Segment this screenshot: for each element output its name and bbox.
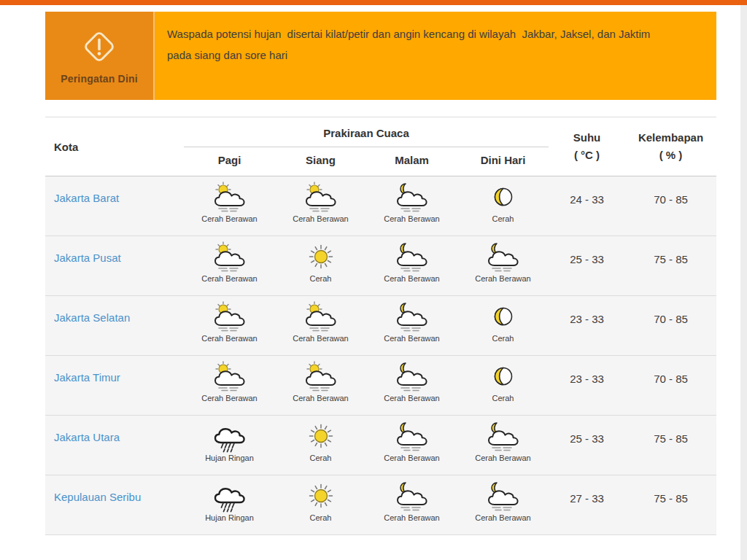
table-row: Jakarta Pusat Cerah Berawan Cerah Cerah … xyxy=(45,236,716,296)
forecast-cell-dini-hari: Cerah xyxy=(457,296,549,356)
city-cell: Jakarta Utara xyxy=(45,416,184,475)
sun-cloud-icon xyxy=(212,182,247,214)
column-header-suhu: Suhu ( °C ) xyxy=(549,117,625,176)
sun-icon xyxy=(303,421,338,453)
moon-cloud-icon xyxy=(395,421,430,453)
moon-icon xyxy=(486,301,521,333)
weather-condition-label: Cerah Berawan xyxy=(366,214,457,223)
temperature-range: 24 - 33 xyxy=(549,176,625,236)
early-warning-banner: Peringatan Dini Waspada potensi hujan di… xyxy=(45,12,716,100)
weather-condition-label: Hujan Ringan xyxy=(184,513,275,522)
weather-condition-label: Cerah Berawan xyxy=(457,513,549,522)
forecast-cell-siang: Cerah Berawan xyxy=(275,296,366,356)
weather-condition-label: Cerah Berawan xyxy=(275,214,366,223)
weather-condition-label: Hujan Ringan xyxy=(184,454,275,462)
sun-cloud-icon xyxy=(303,301,338,333)
city-cell: Jakarta Barat xyxy=(45,176,184,236)
humidity-range: 75 - 85 xyxy=(625,475,716,535)
moon-icon xyxy=(486,182,521,214)
humidity-range: 70 - 85 xyxy=(625,356,716,416)
weather-condition-label: Cerah xyxy=(457,334,549,343)
forecast-cell-malam: Cerah Berawan xyxy=(366,176,457,236)
moon-cloud-icon xyxy=(486,241,521,273)
weather-condition-label: Cerah Berawan xyxy=(184,334,275,343)
weather-condition-label: Cerah xyxy=(275,454,366,462)
weather-condition-label: Cerah Berawan xyxy=(275,394,366,402)
weather-condition-label: Cerah Berawan xyxy=(366,394,457,402)
forecast-cell-pagi: Cerah Berawan xyxy=(184,356,275,416)
weather-condition-label: Cerah Berawan xyxy=(457,274,549,283)
weather-condition-label: Cerah Berawan xyxy=(184,274,275,283)
temperature-range: 25 - 33 xyxy=(549,236,625,296)
moon-icon xyxy=(486,361,521,393)
column-header-pagi: Pagi xyxy=(184,147,275,176)
forecast-cell-malam: Cerah Berawan xyxy=(366,236,457,296)
city-link[interactable]: Jakarta Barat xyxy=(54,192,119,204)
city-cell: Jakarta Selatan xyxy=(45,296,184,356)
temperature-range: 25 - 33 xyxy=(549,416,625,475)
weather-condition-label: Cerah Berawan xyxy=(184,394,275,402)
forecast-cell-pagi: Hujan Ringan xyxy=(184,416,275,475)
weather-condition-label: Cerah Berawan xyxy=(366,454,457,462)
forecast-table: Kota Prakiraan Cuaca Suhu ( °C ) Kelemba… xyxy=(45,117,716,535)
column-header-dini-hari: Dini Hari xyxy=(457,147,549,176)
weather-condition-label: Cerah Berawan xyxy=(366,334,457,343)
sun-cloud-icon xyxy=(303,361,338,393)
forecast-cell-siang: Cerah Berawan xyxy=(275,356,366,416)
weather-condition-label: Cerah xyxy=(275,513,366,522)
forecast-cell-dini-hari: Cerah xyxy=(457,356,549,416)
forecast-cell-siang: Cerah xyxy=(275,236,366,296)
column-header-kelembapan: Kelembapan ( % ) xyxy=(625,117,716,176)
page-right-gutter xyxy=(740,5,747,560)
forecast-cell-dini-hari: Cerah Berawan xyxy=(457,416,549,475)
table-row: Jakarta Barat Cerah Berawan Cerah Berawa… xyxy=(45,176,716,236)
table-row: Jakarta Selatan Cerah Berawan Cerah Bera… xyxy=(45,296,716,356)
weather-condition-label: Cerah Berawan xyxy=(184,214,275,223)
moon-cloud-icon xyxy=(395,182,430,214)
column-header-siang: Siang xyxy=(275,147,366,176)
column-header-prakiraan-cuaca: Prakiraan Cuaca xyxy=(184,117,549,147)
weather-condition-label: Cerah Berawan xyxy=(366,274,457,283)
sun-cloud-icon xyxy=(212,361,247,393)
table-row: Jakarta Utara Hujan Ringan Cerah Cerah B… xyxy=(45,416,716,475)
weather-condition-label: Cerah xyxy=(275,274,366,283)
temperature-range: 23 - 33 xyxy=(549,356,625,416)
humidity-range: 70 - 85 xyxy=(625,176,716,236)
temperature-range: 27 - 33 xyxy=(549,475,625,535)
table-row: Kepulauan Seribu Hujan Ringan Cerah Cera… xyxy=(45,475,716,535)
weather-condition-label: Cerah Berawan xyxy=(366,513,457,522)
forecast-cell-pagi: Hujan Ringan xyxy=(184,475,275,535)
forecast-cell-siang: Cerah xyxy=(275,475,366,535)
forecast-table-header: Kota Prakiraan Cuaca Suhu ( °C ) Kelemba… xyxy=(45,117,716,176)
city-link[interactable]: Jakarta Pusat xyxy=(54,252,121,264)
column-header-kota: Kota xyxy=(45,117,184,176)
top-accent-strip xyxy=(0,0,747,5)
city-link[interactable]: Jakarta Timur xyxy=(54,371,120,384)
forecast-cell-dini-hari: Cerah xyxy=(457,176,549,236)
rain-cloud-icon xyxy=(212,421,247,453)
forecast-cell-pagi: Cerah Berawan xyxy=(184,176,275,236)
forecast-cell-malam: Cerah Berawan xyxy=(366,475,457,535)
weather-condition-label: Cerah xyxy=(457,394,549,402)
weather-condition-label: Cerah Berawan xyxy=(457,454,549,462)
forecast-cell-pagi: Cerah Berawan xyxy=(184,236,275,296)
humidity-range: 70 - 85 xyxy=(625,296,716,356)
early-warning-message: Waspada potensi hujan disertai kilat/pet… xyxy=(155,12,716,100)
forecast-cell-siang: Cerah xyxy=(275,416,366,475)
city-link[interactable]: Jakarta Utara xyxy=(54,431,120,443)
column-header-malam: Malam xyxy=(366,147,457,176)
forecast-cell-pagi: Cerah Berawan xyxy=(184,296,275,356)
moon-cloud-icon xyxy=(395,241,430,273)
sun-icon xyxy=(303,241,338,273)
forecast-table-body: Jakarta Barat Cerah Berawan Cerah Berawa… xyxy=(45,176,716,535)
forecast-cell-malam: Cerah Berawan xyxy=(366,356,457,416)
sun-cloud-icon xyxy=(212,301,247,333)
early-warning-badge: Peringatan Dini xyxy=(45,12,155,100)
forecast-cell-siang: Cerah Berawan xyxy=(275,176,366,236)
early-warning-title: Peringatan Dini xyxy=(61,73,138,85)
rain-cloud-icon xyxy=(212,481,247,513)
moon-cloud-icon xyxy=(486,481,521,513)
city-cell: Jakarta Pusat xyxy=(45,236,184,296)
city-link[interactable]: Jakarta Selatan xyxy=(54,311,130,324)
city-link[interactable]: Kepulauan Seribu xyxy=(54,491,141,503)
